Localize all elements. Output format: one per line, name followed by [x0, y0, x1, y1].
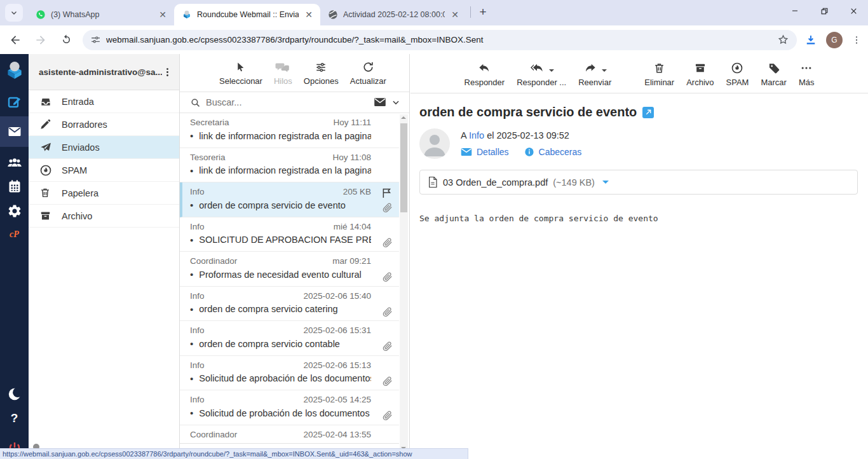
address-bar[interactable]: webmail.sanjuan.gob.ec/cpsess0023387786/…	[83, 30, 797, 50]
forward-caret-icon[interactable]	[602, 69, 607, 74]
attachment-row[interactable]: 03 Orden_de_compra.pdf (~149 KB)	[419, 170, 858, 195]
tab-close-icon[interactable]: ✕	[450, 10, 460, 20]
compose-icon[interactable]	[0, 95, 29, 110]
tab-title: Actividad 2025-02-12 08:00:00	[343, 10, 445, 19]
delete-button[interactable]: Eliminar	[644, 62, 674, 87]
options-button[interactable]: Opciones	[304, 60, 339, 86]
url-text[interactable]: webmail.sanjuan.gob.ec/cpsess0023387786/…	[106, 35, 777, 45]
message-date: Hoy 11:08	[332, 153, 371, 162]
message-list: Secretaria Hoy 11:11 • link de informaci…	[180, 113, 399, 459]
attachment-name[interactable]: 03 Orden_de_compra.pdf	[443, 177, 548, 188]
reload-button[interactable]	[56, 30, 76, 50]
tab-search-button[interactable]	[5, 4, 23, 22]
account-header[interactable]: asistente-administrativo@sa...	[29, 54, 179, 90]
folder-entrada[interactable]: Entrada	[29, 90, 179, 113]
scrollbar-thumb[interactable]	[400, 123, 407, 212]
more-button[interactable]: Más	[799, 62, 815, 87]
tab-title: (3) WhatsApp	[51, 10, 153, 19]
message-row[interactable]: Coordinador mar 09:21 • Proformas de nec…	[180, 252, 399, 287]
message-subject: Solicitud de aprobación de los documento…	[199, 373, 371, 383]
tab-whatsapp[interactable]: (3) WhatsApp ✕	[28, 4, 174, 25]
message-row[interactable]: Info 205 KB • orden de compra servicio d…	[180, 182, 399, 217]
threads-button[interactable]: Hilos	[274, 60, 292, 86]
flag-icon[interactable]	[381, 187, 393, 199]
window-restore-button[interactable]	[810, 0, 839, 22]
spam-button[interactable]: SPAM	[726, 62, 749, 87]
folder-enviados[interactable]: Enviados	[29, 136, 179, 159]
message-row[interactable]: Info mié 14:04 • SOLICITUD DE APROBACION…	[180, 217, 399, 252]
headers-toggle[interactable]: Cabeceras	[524, 147, 582, 157]
profile-avatar[interactable]: G	[826, 32, 843, 48]
unread-dot: •	[190, 304, 193, 315]
open-in-new-window-icon[interactable]	[642, 107, 654, 118]
unread-dot: •	[190, 373, 193, 384]
search-options-chevron-icon[interactable]	[391, 98, 400, 107]
tab-actividad[interactable]: Actividad 2025-02-12 08:00:00 ✕	[320, 4, 466, 25]
window-close-button[interactable]	[839, 0, 868, 22]
back-button[interactable]	[5, 30, 25, 50]
folder-papelera[interactable]: Papelera	[29, 182, 179, 205]
sent-plane-icon	[39, 141, 52, 154]
forward-button[interactable]: Reenviar	[578, 62, 611, 87]
settings-gear-icon[interactable]	[0, 203, 29, 219]
select-button[interactable]: Seleccionar	[219, 60, 262, 86]
cpanel-icon[interactable]: cP	[0, 230, 29, 240]
tab-roundcube[interactable]: Roundcube Webmail :: Enviados ✕	[174, 4, 320, 25]
message-row[interactable]: Info 2025-02-06 15:13 • Solicitud de apr…	[180, 356, 399, 391]
paperclip-icon	[382, 271, 393, 282]
tab-close-icon[interactable]: ✕	[158, 10, 168, 20]
paperclip-icon	[382, 306, 393, 317]
tab-close-icon[interactable]: ✕	[304, 10, 314, 20]
account-menu-icon[interactable]	[162, 67, 173, 78]
archive-button[interactable]: Archivo	[686, 62, 714, 87]
folder-borradores[interactable]: Borradores	[29, 113, 179, 136]
dark-mode-moon-icon[interactable]	[0, 386, 29, 402]
tag-icon	[768, 62, 780, 74]
scrollbar-up-icon[interactable]	[401, 116, 406, 119]
folder-archivo[interactable]: Archivo	[29, 205, 179, 228]
mark-button[interactable]: Marcar	[761, 62, 786, 87]
message-row[interactable]: Info 2025-02-06 15:40 • orden de compra …	[180, 287, 399, 322]
tab-divider	[470, 6, 471, 18]
message-row[interactable]: Info 2025-02-06 15:31 • orden de compra …	[180, 321, 399, 356]
unread-dot: •	[190, 408, 193, 418]
bookmark-star-icon[interactable]	[777, 34, 789, 46]
reply-button[interactable]: Responder	[465, 62, 505, 87]
reply-all-caret-icon[interactable]	[549, 69, 554, 74]
message-row[interactable]: Tesoreria Hoy 11:08 • link de informacio…	[180, 148, 399, 183]
reply-label: Responder	[465, 78, 505, 87]
folder-spam[interactable]: SPAM	[29, 159, 179, 182]
search-bar	[180, 92, 409, 113]
details-toggle[interactable]: Detalles	[461, 147, 509, 157]
unread-dot: •	[190, 338, 193, 349]
chevron-down-icon	[10, 9, 18, 17]
attachment-menu-caret-icon[interactable]	[602, 181, 609, 187]
mail-icon[interactable]	[0, 124, 29, 139]
message-row[interactable]: Info 2025-02-05 14:25 • Solicitud de pro…	[180, 390, 399, 425]
calendar-icon[interactable]	[0, 179, 29, 194]
folder-pane: asistente-administrativo@sa... Entrada B…	[29, 54, 180, 459]
list-scrollbar[interactable]	[400, 114, 408, 451]
mail-toolbar: Responder Responder ... Reenviar Elimi	[410, 54, 868, 93]
recipient-link[interactable]: Info	[469, 130, 484, 140]
new-tab-button[interactable]: +	[475, 4, 491, 20]
reply-all-button[interactable]: Responder ...	[517, 62, 566, 87]
window-minimize-button[interactable]	[780, 0, 810, 22]
message-row[interactable]: Secretaria Hoy 11:11 • link de informaci…	[180, 113, 399, 148]
unread-dot: •	[190, 235, 193, 245]
details-label: Detalles	[477, 147, 509, 157]
forward-button[interactable]	[31, 30, 51, 50]
message-subject: link de informacion registrada en la pag…	[199, 165, 371, 175]
help-icon[interactable]: ?	[0, 411, 29, 425]
message-date: 2025-02-06 15:31	[303, 325, 371, 335]
download-icon[interactable]	[804, 34, 817, 46]
paperclip-icon	[382, 341, 393, 352]
search-scope-mail-icon[interactable]	[374, 97, 386, 107]
pdf-file-icon	[428, 176, 438, 188]
refresh-button[interactable]: Actualizar	[350, 60, 386, 86]
site-settings-icon[interactable]	[90, 34, 101, 45]
search-input[interactable]	[206, 97, 369, 107]
message-subject: orden de compra servicio de evento	[419, 105, 637, 120]
browser-menu-icon[interactable]	[851, 35, 862, 45]
contacts-icon[interactable]	[0, 154, 29, 171]
